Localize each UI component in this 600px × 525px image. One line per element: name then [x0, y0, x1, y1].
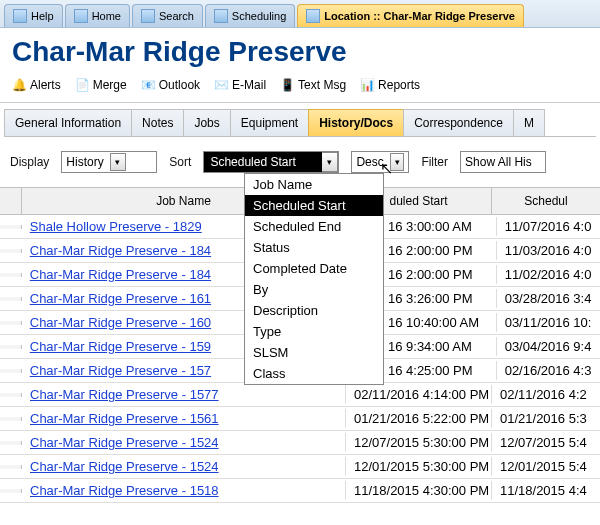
job-link[interactable]: Char-Mar Ridge Preserve - 1524	[30, 459, 219, 474]
sort-label: Sort	[169, 155, 191, 169]
outlook-button[interactable]: 📧Outlook	[141, 78, 200, 92]
job-link[interactable]: Char-Mar Ridge Preserve - 1561	[30, 411, 219, 426]
tab-icon	[74, 9, 88, 23]
cell-job-name: Char-Mar Ridge Preserve - 184	[22, 265, 262, 284]
cell-scheduled-start: 12/07/2015 5:30:00 PM	[346, 433, 492, 452]
sort-option[interactable]: Type	[245, 321, 383, 342]
tab-icon	[306, 9, 320, 23]
table-row: Char-Mar Ridge Preserve - 151811/18/2015…	[0, 479, 600, 503]
cell-scheduled-end: 03/28/2016 3:4	[497, 289, 600, 308]
cell-scheduled-start: 16 10:40:00 AM	[388, 313, 497, 332]
row-selector[interactable]	[0, 225, 22, 229]
tab-jobs[interactable]: Jobs	[183, 109, 230, 136]
merge-button[interactable]: 📄Merge	[75, 78, 127, 92]
tab-notes[interactable]: Notes	[131, 109, 184, 136]
sort-option[interactable]: Job Name	[245, 174, 383, 195]
cell-scheduled-end: 11/03/2016 4:0	[497, 241, 600, 260]
row-selector[interactable]	[0, 465, 22, 469]
row-selector[interactable]	[0, 297, 22, 301]
sort-field-select[interactable]: Scheduled Start▾	[203, 151, 339, 173]
text-msg-button[interactable]: 📱Text Msg	[280, 78, 346, 92]
sort-option[interactable]: Status	[245, 237, 383, 258]
cell-scheduled-end: 11/18/2015 4:4	[492, 481, 600, 500]
app-tab-help[interactable]: Help	[4, 4, 63, 27]
tab-general-information[interactable]: General Information	[4, 109, 132, 136]
cell-scheduled-end: 12/01/2015 5:4	[492, 457, 600, 476]
cell-scheduled-end: 01/21/2016 5:3	[492, 409, 600, 428]
email-button[interactable]: ✉️E-Mail	[214, 78, 266, 92]
cell-scheduled-end: 03/04/2016 9:4	[497, 337, 600, 356]
tab-history-docs[interactable]: History/Docs	[308, 109, 404, 136]
cell-scheduled-end: 02/11/2016 4:2	[492, 385, 600, 404]
cell-scheduled-start: 16 4:25:00 PM	[388, 361, 497, 380]
sort-option[interactable]: SLSM	[245, 342, 383, 363]
cell-scheduled-start: 16 3:26:00 PM	[388, 289, 497, 308]
select-all-header[interactable]	[0, 188, 22, 214]
chevron-down-icon: ▾	[322, 152, 338, 172]
cell-job-name: Shale Hollow Preserve - 1829	[22, 217, 262, 236]
reports-button[interactable]: 📊Reports	[360, 78, 420, 92]
sort-direction-select[interactable]: Desc▾	[351, 151, 409, 173]
job-link[interactable]: Char-Mar Ridge Preserve - 1518	[30, 483, 219, 498]
app-tab-location[interactable]: Location :: Char-Mar Ridge Preserve	[297, 4, 524, 27]
tab-equipment[interactable]: Equipment	[230, 109, 309, 136]
job-link[interactable]: Char-Mar Ridge Preserve - 161	[30, 291, 211, 306]
page-title: Char-Mar Ridge Preserve	[0, 28, 600, 74]
row-selector[interactable]	[0, 249, 22, 253]
tab-more[interactable]: M	[513, 109, 545, 136]
sort-option[interactable]: Scheduled End	[245, 216, 383, 237]
app-tab-search[interactable]: Search	[132, 4, 203, 27]
row-selector[interactable]	[0, 393, 22, 397]
job-link[interactable]: Char-Mar Ridge Preserve - 184	[30, 243, 211, 258]
cell-job-name: Char-Mar Ridge Preserve - 1577	[22, 385, 346, 404]
cell-job-name: Char-Mar Ridge Preserve - 161	[22, 289, 262, 308]
sort-field-dropdown: Job NameScheduled StartScheduled EndStat…	[244, 173, 384, 385]
row-selector[interactable]	[0, 417, 22, 421]
table-row: Char-Mar Ridge Preserve - 157702/11/2016…	[0, 383, 600, 407]
cell-scheduled-start: 02/11/2016 4:14:00 PM	[346, 385, 492, 404]
row-selector[interactable]	[0, 489, 22, 493]
app-tab-strip: Help Home Search Scheduling Location :: …	[0, 0, 600, 28]
row-selector[interactable]	[0, 273, 22, 277]
job-link[interactable]: Shale Hollow Preserve - 1829	[30, 219, 202, 234]
col-header-scheduled-end[interactable]: Schedul	[492, 188, 600, 214]
tab-correspondence[interactable]: Correspondence	[403, 109, 514, 136]
alerts-button[interactable]: 🔔Alerts	[12, 78, 61, 92]
cell-job-name: Char-Mar Ridge Preserve - 157	[22, 361, 262, 380]
cell-job-name: Char-Mar Ridge Preserve - 1524	[22, 457, 346, 476]
job-link[interactable]: Char-Mar Ridge Preserve - 159	[30, 339, 211, 354]
cell-scheduled-start: 16 2:00:00 PM	[388, 241, 497, 260]
app-tab-scheduling[interactable]: Scheduling	[205, 4, 295, 27]
job-link[interactable]: Char-Mar Ridge Preserve - 157	[30, 363, 211, 378]
cell-scheduled-start: 16 3:00:00 AM	[388, 217, 497, 236]
display-select[interactable]: History▾	[61, 151, 157, 173]
cell-job-name: Char-Mar Ridge Preserve - 1518	[22, 481, 346, 500]
job-link[interactable]: Char-Mar Ridge Preserve - 1577	[30, 387, 219, 402]
job-link[interactable]: Char-Mar Ridge Preserve - 1524	[30, 435, 219, 450]
job-link[interactable]: Char-Mar Ridge Preserve - 160	[30, 315, 211, 330]
filter-bar: Display History▾ Sort Scheduled Start▾ D…	[0, 137, 600, 187]
sort-option[interactable]: Scheduled Start	[245, 195, 383, 216]
cell-job-name: Char-Mar Ridge Preserve - 1561	[22, 409, 346, 428]
sort-option[interactable]: Completed Date	[245, 258, 383, 279]
table-row: Char-Mar Ridge Preserve - 152412/07/2015…	[0, 431, 600, 455]
cell-scheduled-start: 01/21/2016 5:22:00 PM	[346, 409, 492, 428]
sort-option[interactable]: Class	[245, 363, 383, 384]
sort-option[interactable]: Description	[245, 300, 383, 321]
cell-scheduled-start: 16 2:00:00 PM	[388, 265, 497, 284]
cell-scheduled-end: 11/07/2016 4:0	[497, 217, 600, 236]
section-tabs: General Information Notes Jobs Equipment…	[4, 103, 596, 137]
row-selector[interactable]	[0, 441, 22, 445]
toolbar: 🔔Alerts 📄Merge 📧Outlook ✉️E-Mail 📱Text M…	[0, 74, 600, 103]
sort-option[interactable]: By	[245, 279, 383, 300]
job-link[interactable]: Char-Mar Ridge Preserve - 184	[30, 267, 211, 282]
row-selector[interactable]	[0, 369, 22, 373]
app-tab-home[interactable]: Home	[65, 4, 130, 27]
display-label: Display	[10, 155, 49, 169]
cell-scheduled-end: 12/07/2015 5:4	[492, 433, 600, 452]
row-selector[interactable]	[0, 345, 22, 349]
bell-icon: 🔔	[12, 78, 26, 92]
filter-select[interactable]: Show All His	[460, 151, 546, 173]
tab-icon	[13, 9, 27, 23]
row-selector[interactable]	[0, 321, 22, 325]
